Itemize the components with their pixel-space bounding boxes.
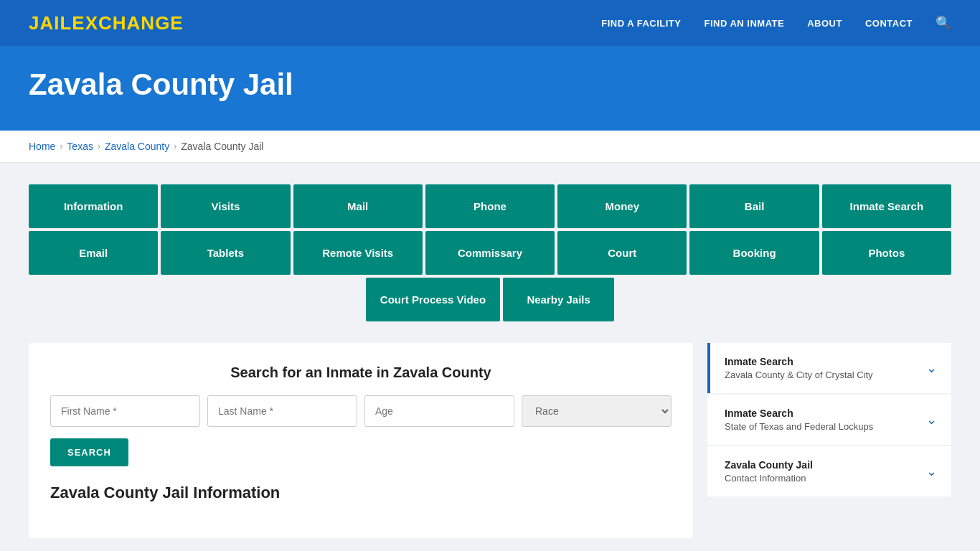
breadcrumb: Home › Texas › Zavala County › Zavala Co… — [29, 141, 951, 152]
sidebar-item-subtitle-1: Zavala County & City of Crystal City — [725, 369, 873, 380]
btn-information[interactable]: Information — [29, 184, 158, 228]
site-header: JAILEXCHANGE FIND A FACILITY FIND AN INM… — [0, 0, 980, 46]
sidebar-item-title-2: Inmate Search — [725, 408, 873, 419]
btn-bail[interactable]: Bail — [689, 184, 819, 228]
sidebar-item-title-1: Inmate Search — [725, 356, 873, 367]
search-fields: Race White Black Hispanic Asian Other — [50, 395, 672, 427]
btn-mail[interactable]: Mail — [293, 184, 423, 228]
main-content: Information Visits Mail Phone Money Bail… — [0, 163, 980, 551]
breadcrumb-bar: Home › Texas › Zavala County › Zavala Co… — [0, 131, 980, 163]
search-panel: Search for an Inmate in Zavala County Ra… — [29, 343, 693, 538]
breadcrumb-home[interactable]: Home — [29, 141, 55, 152]
btn-court[interactable]: Court — [557, 231, 687, 275]
hero-section: Zavala County Jail — [0, 46, 980, 131]
btn-inmate-search[interactable]: Inmate Search — [822, 184, 951, 228]
breadcrumb-sep-2: › — [98, 141, 100, 151]
breadcrumb-sep-3: › — [174, 141, 176, 151]
search-button[interactable]: SEARCH — [50, 438, 128, 466]
site-logo[interactable]: JAILEXCHANGE — [29, 12, 184, 34]
logo-jail: JAIL — [29, 12, 72, 34]
chevron-down-icon-1: ⌄ — [926, 360, 937, 376]
button-grid-row3: Court Process Video Nearby Jails — [29, 278, 951, 321]
btn-phone[interactable]: Phone — [425, 184, 555, 228]
sidebar-item-title-3: Zavala County Jail — [725, 459, 813, 471]
sidebar-item-inmate-search-zavala[interactable]: Inmate Search Zavala County & City of Cr… — [707, 343, 951, 393]
race-select[interactable]: Race White Black Hispanic Asian Other — [522, 395, 672, 427]
chevron-down-icon-3: ⌄ — [926, 463, 937, 479]
search-icon[interactable]: 🔍 — [936, 15, 951, 31]
breadcrumb-current: Zavala County Jail — [181, 141, 263, 152]
breadcrumb-sep-1: › — [60, 141, 62, 151]
logo-exchange: EXCHANGE — [72, 12, 183, 34]
nav-about[interactable]: ABOUT — [807, 18, 842, 29]
sidebar-item-contact-info[interactable]: Zavala County Jail Contact Information ⌄ — [707, 446, 951, 496]
chevron-down-icon-2: ⌄ — [926, 412, 937, 428]
sidebar: Inmate Search Zavala County & City of Cr… — [707, 343, 951, 538]
section-title: Zavala County Jail Information — [50, 484, 672, 502]
button-grid-row1: Information Visits Mail Phone Money Bail… — [29, 184, 951, 228]
btn-commissary[interactable]: Commissary — [425, 231, 555, 275]
btn-visits[interactable]: Visits — [161, 184, 290, 228]
last-name-input[interactable] — [207, 395, 357, 427]
main-nav: FIND A FACILITY FIND AN INMATE ABOUT CON… — [601, 15, 951, 31]
sidebar-item-subtitle-2: State of Texas and Federal Lockups — [725, 421, 873, 432]
btn-remote-visits[interactable]: Remote Visits — [293, 231, 423, 275]
btn-tablets[interactable]: Tablets — [161, 231, 290, 275]
age-input[interactable] — [364, 395, 514, 427]
btn-photos[interactable]: Photos — [822, 231, 951, 275]
breadcrumb-zavala-county[interactable]: Zavala County — [105, 141, 169, 152]
btn-email[interactable]: Email — [29, 231, 158, 275]
page-title: Zavala County Jail — [29, 67, 951, 102]
btn-nearby-jails[interactable]: Nearby Jails — [503, 278, 614, 321]
btn-court-process-video[interactable]: Court Process Video — [366, 278, 500, 321]
first-name-input[interactable] — [50, 395, 200, 427]
nav-contact[interactable]: CONTACT — [865, 18, 913, 29]
button-grid-row2: Email Tablets Remote Visits Commissary C… — [29, 231, 951, 275]
nav-find-inmate[interactable]: FIND AN INMATE — [704, 18, 784, 29]
sidebar-item-subtitle-3: Contact Information — [725, 473, 813, 484]
sidebar-item-inmate-search-texas[interactable]: Inmate Search State of Texas and Federal… — [707, 395, 951, 445]
breadcrumb-texas[interactable]: Texas — [67, 141, 93, 152]
nav-find-facility[interactable]: FIND A FACILITY — [601, 18, 681, 29]
btn-booking[interactable]: Booking — [689, 231, 819, 275]
search-title: Search for an Inmate in Zavala County — [50, 364, 672, 381]
content-area: Search for an Inmate in Zavala County Ra… — [29, 343, 951, 538]
btn-money[interactable]: Money — [557, 184, 687, 228]
